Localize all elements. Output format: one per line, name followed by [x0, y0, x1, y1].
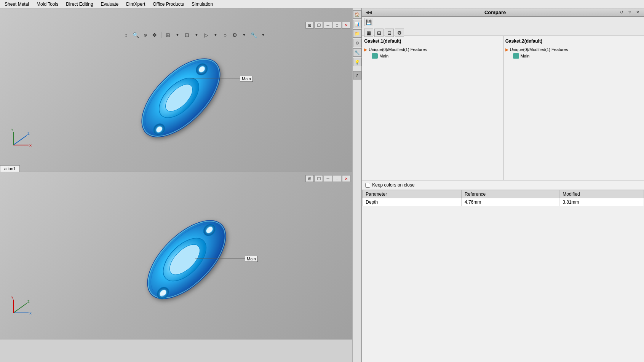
menu-simulation[interactable]: Simulation — [188, 1, 217, 8]
params-tbody: Depth4.76mm3.81mm — [363, 198, 644, 206]
toolbar-view2-btn[interactable]: ⊡ — [183, 31, 191, 39]
left-child-label: Main — [379, 54, 388, 58]
right-child-label: Main — [521, 54, 530, 58]
cad-view-top[interactable]: ⊞ ❐ ─ □ ✕ ↕ 🔍 ⊕ ✥ ⊞ ▼ ⊡ ▼ ▷ ▼ ○ ⚙ — [0, 8, 352, 172]
left-tree-label: Unique(0)/Modified(1) Features — [369, 47, 427, 52]
bottom-restore-btn[interactable]: □ — [333, 175, 341, 182]
menu-sheet-metal[interactable]: Sheet Metal — [1, 1, 33, 8]
cad-panel: ⊞ ❐ ─ □ ✕ ↕ 🔍 ⊕ ✥ ⊞ ▼ ⊡ ▼ ▷ ▼ ○ ⚙ — [0, 8, 352, 362]
left-child-icon — [372, 53, 378, 59]
toolbar-view1-btn[interactable]: ⊞ — [164, 31, 172, 39]
sidebar-tool-icon[interactable]: 🔧 — [353, 48, 361, 57]
svg-text:Z: Z — [27, 300, 30, 303]
top-cascade-btn[interactable]: ❐ — [315, 22, 323, 29]
sidebar-help-icon[interactable]: ? — [353, 71, 361, 80]
menu-mold-tools[interactable]: Mold Tools — [33, 1, 62, 8]
bottom-window-controls: ⊞ ❐ ─ □ ✕ — [305, 175, 350, 182]
cell-modified: 3.81mm — [559, 198, 644, 206]
svg-text:X: X — [29, 311, 32, 315]
menu-evaluate[interactable]: Evaluate — [97, 1, 123, 8]
compare-tree: Gasket.1(default) ▶ Unique(0)/Modified(1… — [362, 36, 644, 180]
compare-collapse-btn[interactable]: ◀◀ — [365, 10, 372, 16]
left-tree-node[interactable]: ▶ Unique(0)/Modified(1) Features — [364, 46, 501, 53]
bottom-cascade-btn[interactable]: ❐ — [315, 175, 323, 182]
axes-bottom: Z X Y — [6, 296, 32, 319]
toolbar-zoom-in-btn[interactable]: 🔍 — [131, 31, 140, 39]
toolbar-rotate-btn[interactable]: ↕ — [122, 31, 130, 39]
menu-direct-editing[interactable]: Direct Editing — [62, 1, 97, 8]
compare-header: ◀◀ Compare ↺ ? ✕ — [362, 8, 644, 17]
top-minimize-btn[interactable]: ─ — [324, 22, 332, 29]
svg-text:Y: Y — [11, 296, 13, 300]
top-tile-btn[interactable]: ⊞ — [305, 22, 314, 29]
toolbar-view2-dropdown[interactable]: ▼ — [192, 31, 201, 39]
compare-help-btn[interactable]: ? — [626, 10, 633, 16]
compare-title: Compare — [372, 10, 618, 15]
axes-top: Z X Y — [6, 128, 32, 151]
toolbar-settings-btn[interactable]: ⚙ — [230, 31, 239, 39]
top-restore-btn[interactable]: □ — [333, 22, 341, 29]
toolbar-zoom-fit-btn[interactable]: ⊕ — [141, 31, 149, 39]
keep-colors-label[interactable]: Keep colors on close — [372, 182, 414, 188]
params-section: Parameter Reference Modified Depth4.76mm… — [362, 190, 644, 206]
tree-pane-left: Gasket.1(default) ▶ Unique(0)/Modified(1… — [362, 36, 503, 180]
toolbar-display-dropdown[interactable]: ▼ — [211, 31, 220, 39]
svg-text:X: X — [29, 144, 32, 147]
top-close-btn[interactable]: ✕ — [342, 22, 350, 29]
bottom-minimize-btn[interactable]: ─ — [324, 175, 332, 182]
compare-refresh-btn[interactable]: ↺ — [618, 10, 625, 16]
gasket-top — [114, 39, 248, 158]
top-toolbar: ↕ 🔍 ⊕ ✥ ⊞ ▼ ⊡ ▼ ▷ ▼ ○ ⚙ ▼ 🔧 ▼ — [122, 31, 267, 39]
col-parameter: Parameter — [363, 190, 462, 198]
right-sidebar-icons: 🏠 📊 📁 ⚙ 🔧 💡 ? — [352, 8, 361, 362]
sidebar-home-icon[interactable]: 🏠 — [353, 10, 361, 19]
bottom-tile-btn[interactable]: ⊞ — [305, 175, 314, 182]
right-pane-header: Gasket.2(default) — [505, 38, 642, 45]
tab-animation1[interactable]: ation1 — [0, 165, 20, 172]
left-tree-arrow: ▶ — [364, 48, 367, 52]
toolbar-view1-dropdown[interactable]: ▼ — [173, 31, 182, 39]
right-tree-arrow: ▶ — [505, 48, 508, 52]
keep-colors-row: Keep colors on close — [362, 180, 644, 190]
col-reference: Reference — [461, 190, 559, 198]
sidebar-chart-icon[interactable]: 📊 — [353, 20, 361, 28]
toolbar-settings-dropdown[interactable]: ▼ — [240, 31, 248, 39]
params-table: Parameter Reference Modified Depth4.76mm… — [362, 190, 644, 206]
sidebar-light-icon[interactable]: 💡 — [353, 58, 361, 66]
right-tree-child[interactable]: Main — [513, 53, 642, 59]
menu-office-products[interactable]: Office Products — [149, 1, 188, 8]
cell-reference: 4.76mm — [461, 198, 559, 206]
gasket-bottom — [118, 199, 255, 322]
toolbar-tools-dropdown[interactable]: ▼ — [259, 31, 267, 39]
tree-pane-right: Gasket.2(default) ▶ Unique(0)/Modified(1… — [503, 36, 644, 180]
compare-panel: ◀◀ Compare ↺ ? ✕ 💾 ▦ ⊞ ⊟ ⚙ — [361, 8, 644, 362]
top-window-controls: ⊞ ❐ ─ □ ✕ — [305, 22, 350, 29]
sidebar-folder-icon[interactable]: 📁 — [353, 29, 361, 38]
main-layout: ⊞ ❐ ─ □ ✕ ↕ 🔍 ⊕ ✥ ⊞ ▼ ⊡ ▼ ▷ ▼ ○ ⚙ — [0, 8, 644, 362]
svg-line-9 — [13, 136, 27, 145]
toolbar-tools-btn[interactable]: 🔧 — [249, 31, 258, 39]
keep-colors-checkbox[interactable] — [365, 183, 370, 188]
compare-toolbar: 💾 ▦ ⊞ ⊟ ⚙ — [362, 17, 644, 36]
right-tree-node[interactable]: ▶ Unique(0)/Modified(1) Features — [505, 46, 642, 53]
bottom-close-btn[interactable]: ✕ — [342, 175, 350, 182]
ct-save-btn[interactable]: 💾 — [364, 18, 373, 26]
right-tree-label: Unique(0)/Modified(1) Features — [510, 47, 568, 52]
toolbar-circle-btn[interactable]: ○ — [221, 31, 229, 39]
left-pane-header: Gasket.1(default) — [364, 38, 501, 45]
tab-bar: ation1 — [0, 164, 20, 172]
compare-close-btn[interactable]: ✕ — [634, 10, 641, 16]
menu-dimxpert[interactable]: DimXpert — [122, 1, 149, 8]
cad-view-bottom[interactable]: ⊞ ❐ ─ □ ✕ — [0, 172, 352, 340]
left-tree-child[interactable]: Main — [372, 53, 501, 59]
svg-line-24 — [13, 303, 27, 313]
table-row: Depth4.76mm3.81mm — [363, 198, 644, 206]
sidebar-gear-icon[interactable]: ⚙ — [353, 39, 361, 47]
toolbar-pan-btn[interactable]: ✥ — [150, 31, 159, 39]
right-child-icon — [513, 53, 519, 59]
svg-text:Y: Y — [11, 128, 13, 132]
toolbar-display-btn[interactable]: ▷ — [202, 31, 210, 39]
svg-text:Z: Z — [27, 132, 30, 136]
cell-parameter: Depth — [363, 198, 462, 206]
col-modified: Modified — [559, 190, 644, 198]
